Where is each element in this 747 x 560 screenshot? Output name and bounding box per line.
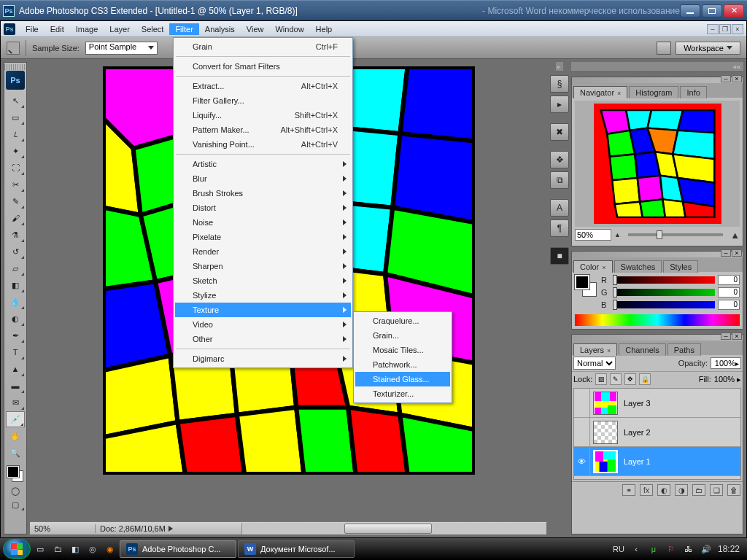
path-select-tool[interactable]: ▲ <box>6 361 25 377</box>
stamp-tool[interactable]: ⚗ <box>6 227 25 243</box>
wand-tool[interactable]: ✦ <box>6 143 25 159</box>
workspace-button[interactable]: Workspace <box>676 42 740 55</box>
doc-size-readout[interactable]: Doc: 2,86M/10,6M <box>96 524 241 533</box>
tab-channels[interactable]: Channels <box>619 343 665 356</box>
eyedropper-icon[interactable] <box>7 42 20 55</box>
submenu-other[interactable]: Other <box>175 332 351 346</box>
ql-show-desktop-icon[interactable]: ▭ <box>32 541 48 557</box>
zoom-in-icon[interactable]: ▲ <box>730 230 740 241</box>
r-slider[interactable] <box>613 276 715 284</box>
panel-close-icon[interactable]: × <box>732 249 742 257</box>
submenu-blur[interactable]: Blur <box>175 171 351 186</box>
menu-item-liquify[interactable]: Liquify...Shift+Ctrl+X <box>175 108 351 122</box>
layer-thumbnail[interactable] <box>593 392 618 415</box>
dock-icon-clone[interactable]: ⧉ <box>550 171 569 189</box>
minimize-button[interactable] <box>680 4 700 18</box>
ql-folder-icon[interactable]: 🗀 <box>50 541 66 557</box>
screenmode-toggle[interactable]: ▢ <box>6 498 25 511</box>
sample-size-select[interactable]: Point Sample <box>85 42 158 55</box>
eraser-tool[interactable]: ▱ <box>6 260 25 276</box>
pen-tool[interactable]: ✒ <box>6 327 25 343</box>
blur-tool[interactable]: 💧 <box>6 294 25 310</box>
menu-item-pattern-maker[interactable]: Pattern Maker...Alt+Shift+Ctrl+X <box>175 122 351 137</box>
tab-info[interactable]: Info <box>680 86 706 98</box>
b-slider[interactable] <box>613 301 715 308</box>
tab-styles[interactable]: Styles <box>663 260 698 273</box>
submenu-brush-strokes[interactable]: Brush Strokes <box>175 186 351 201</box>
b-value[interactable]: 0 <box>718 300 740 310</box>
dock-icon-brushes[interactable]: § <box>550 75 569 93</box>
start-button[interactable] <box>3 539 31 559</box>
layer-thumbnail[interactable] <box>593 450 618 473</box>
menu-analysis[interactable]: Analysis <box>199 23 241 35</box>
menu-item-filter-gallery[interactable]: Filter Gallery... <box>175 93 351 108</box>
tab-navigator[interactable]: Navigator× <box>573 86 627 98</box>
menu-item-extract[interactable]: Extract...Alt+Ctrl+X <box>175 79 351 93</box>
g-value[interactable]: 0 <box>718 287 740 298</box>
tray-network-icon[interactable]: 🖧 <box>683 543 694 555</box>
horizontal-scrollbar[interactable] <box>241 523 546 534</box>
menu-file[interactable]: File <box>20 23 44 35</box>
lock-paint-icon[interactable]: ✎ <box>610 373 622 385</box>
language-indicator[interactable]: RU <box>613 545 624 553</box>
visibility-toggle[interactable]: 👁 <box>574 447 590 475</box>
visibility-toggle[interactable] <box>574 389 590 417</box>
submenu-video[interactable]: Video <box>175 317 351 332</box>
menu-select[interactable]: Select <box>136 23 170 35</box>
menu-item-last-filter[interactable]: GrainCtrl+F <box>175 39 351 54</box>
layer-thumbnail[interactable] <box>593 421 618 444</box>
tray-volume-icon[interactable]: 🔊 <box>700 543 712 555</box>
tray-flag-icon[interactable]: ⚐ <box>665 543 677 555</box>
healing-tool[interactable]: ✎ <box>6 193 25 209</box>
menu-help[interactable]: Help <box>310 23 338 35</box>
color-fgbg-swatch[interactable] <box>575 275 597 297</box>
lock-all-icon[interactable]: 🔒 <box>639 373 651 385</box>
delete-layer-icon[interactable]: 🗑 <box>727 484 740 496</box>
blend-mode-select[interactable]: Normal <box>573 357 616 370</box>
layer-styles-icon[interactable]: fx <box>640 484 653 496</box>
submenu-noise[interactable]: Noise <box>175 215 351 230</box>
dock-icon-tool-presets[interactable]: ✖ <box>550 123 569 141</box>
dodge-tool[interactable]: ◐ <box>6 311 25 327</box>
tab-layers[interactable]: Layers× <box>573 343 617 356</box>
menu-item-convert-smart[interactable]: Convert for Smart Filters <box>175 59 351 74</box>
zoom-out-icon[interactable]: ▲ <box>614 231 621 238</box>
submenu-artistic[interactable]: Artistic <box>175 157 351 171</box>
lasso-tool[interactable]: 𝘓 <box>6 126 25 142</box>
menu-item-patchwork[interactable]: Patchwork... <box>355 357 450 372</box>
dock-icon-layers-comp[interactable]: ❖ <box>550 151 569 168</box>
ps-logo-icon[interactable]: Ps <box>4 23 15 35</box>
submenu-texture[interactable]: Texture <box>175 303 351 317</box>
panel-minimize-icon[interactable]: – <box>721 75 731 82</box>
panel-close-icon[interactable]: × <box>732 332 742 340</box>
layer-mask-icon[interactable]: ◐ <box>657 484 670 496</box>
group-icon[interactable]: 🗀 <box>692 484 705 496</box>
tray-utorrent-icon[interactable]: μ <box>648 543 659 555</box>
gradient-tool[interactable]: ◧ <box>6 277 25 293</box>
opacity-value[interactable]: 100% ▸ <box>711 357 741 369</box>
ql-switch-icon[interactable]: ◧ <box>67 541 83 557</box>
color-spectrum[interactable] <box>575 314 740 326</box>
history-brush-tool[interactable]: ↺ <box>6 244 25 260</box>
menu-item-craquelure[interactable]: Craquelure... <box>355 314 450 328</box>
submenu-render[interactable]: Render <box>175 244 351 259</box>
dock-icon-black[interactable]: ■ <box>550 247 569 265</box>
dock-icon-actions[interactable]: ▸ <box>550 96 569 113</box>
type-tool[interactable]: T <box>6 344 25 360</box>
go-to-bridge-icon[interactable] <box>657 42 671 55</box>
new-layer-icon[interactable]: ❏ <box>710 484 723 496</box>
panel-minimize-icon[interactable]: – <box>721 332 731 340</box>
expand-dock-button[interactable]: » <box>556 62 562 72</box>
foreground-background-swatch[interactable] <box>6 464 25 483</box>
tab-swatches[interactable]: Swatches <box>614 260 662 273</box>
tab-color[interactable]: Color× <box>573 260 613 273</box>
layer-row[interactable]: Layer 3 <box>574 389 740 418</box>
ql-firefox-icon[interactable]: ◉ <box>102 541 118 557</box>
taskbar-app-photoshop[interactable]: PsAdobe Photoshop C... <box>120 540 236 558</box>
dock-icon-character[interactable]: A <box>550 199 569 217</box>
dock-icon-paragraph[interactable]: ¶ <box>550 219 569 237</box>
notes-tool[interactable]: ✉ <box>6 394 25 411</box>
submenu-sketch[interactable]: Sketch <box>175 273 351 288</box>
submenu-stylize[interactable]: Stylize <box>175 288 351 303</box>
crop-tool[interactable]: ⛶ <box>6 160 25 176</box>
